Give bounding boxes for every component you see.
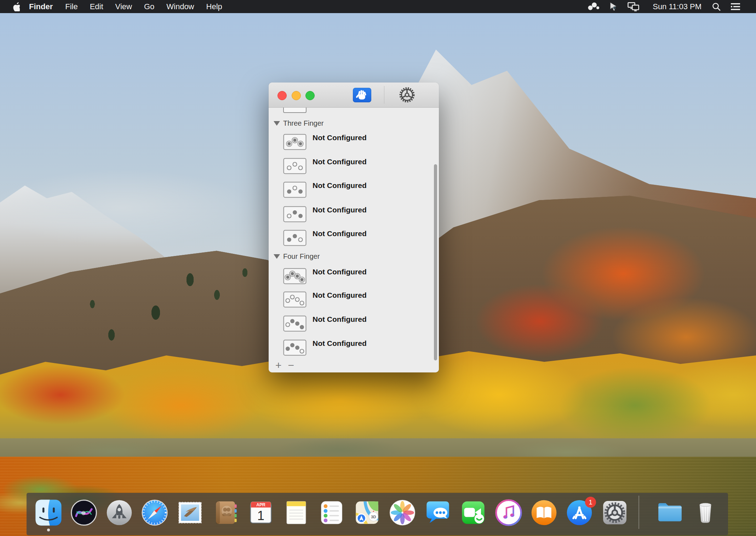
svg-text:APR: APR <box>256 502 265 507</box>
minimize-button[interactable] <box>292 91 301 100</box>
section-title: Three Finger <box>283 119 324 127</box>
dock-item-itunes[interactable] <box>495 499 522 526</box>
active-app-name[interactable]: Finder <box>23 2 59 11</box>
section-header-three-finger: Three Finger <box>274 119 324 128</box>
settings-tab[interactable] <box>398 87 416 103</box>
gesture-row[interactable]: Not Configured <box>283 291 428 308</box>
section-header-four-finger: Four Finger <box>274 252 320 261</box>
dock-item-maps[interactable]: 3D <box>353 499 381 526</box>
dock-item-notes[interactable] <box>282 499 310 526</box>
gesture-row[interactable]: Not Configured <box>283 230 428 247</box>
close-button[interactable] <box>277 91 287 100</box>
trackpad-hand-icon <box>355 88 369 102</box>
desktop: Finder FileEditViewGoWindowHelp Sun 11:0… <box>0 0 756 536</box>
gesture-row[interactable]: Not Configured <box>283 158 428 175</box>
gesture-dots-icon[interactable] <box>583 2 605 11</box>
dock-item-downloads-folder[interactable] <box>656 499 684 526</box>
dock-item-reminders[interactable] <box>318 499 345 526</box>
menu-bar: Finder FileEditViewGoWindowHelp Sun 11:0… <box>0 0 756 13</box>
add-gesture-button[interactable]: + <box>272 360 285 371</box>
menu-item-window[interactable]: Window <box>160 2 200 11</box>
gesture-pattern-icon <box>283 315 307 333</box>
gesture-row[interactable]: Not Configured <box>283 206 428 223</box>
dock-item-facetime[interactable] <box>459 499 487 526</box>
gesture-pattern-icon <box>283 134 307 152</box>
dock-item-safari[interactable] <box>141 499 168 526</box>
dock-item-contacts[interactable] <box>212 499 239 526</box>
gear-icon <box>399 86 416 103</box>
gesture-action-label: Not Configured <box>313 181 367 190</box>
remove-gesture-button[interactable]: − <box>285 360 298 371</box>
toolbar-separator <box>384 86 384 104</box>
gesture-pattern-icon <box>283 268 307 286</box>
notification-center-icon[interactable] <box>726 0 745 13</box>
menu-item-edit[interactable]: Edit <box>84 2 109 11</box>
dock-item-trash[interactable] <box>692 499 719 526</box>
dock-item-system-preferences[interactable] <box>601 499 629 526</box>
dock-item-calendar[interactable]: APR1 <box>247 499 275 526</box>
menu-bar-clock[interactable]: Sun 11:03 PM <box>653 2 701 11</box>
disclosure-triangle-icon[interactable] <box>274 121 280 126</box>
gesture-action-label: Not Configured <box>313 133 367 142</box>
gesture-action-label: Not Configured <box>313 315 367 324</box>
notification-badge: 1 <box>585 497 596 508</box>
dock-separator <box>638 496 639 529</box>
gesture-action-label: Not Configured <box>313 268 367 276</box>
gesture-row[interactable]: Not Configured <box>283 340 428 357</box>
menu-item-help[interactable]: Help <box>200 2 228 11</box>
gesture-row[interactable]: Not Configured <box>283 268 428 285</box>
gesture-row[interactable]: Not Configured <box>283 134 428 151</box>
trackpad-gestures-tab[interactable] <box>353 88 371 102</box>
displays-icon[interactable] <box>623 2 644 11</box>
gesture-action-label: Not Configured <box>313 158 367 166</box>
zoom-button[interactable] <box>305 91 315 100</box>
spotlight-search-icon[interactable] <box>707 0 726 13</box>
gesture-pattern-icon <box>283 182 307 199</box>
gesture-pattern-icon <box>283 340 307 357</box>
gesture-list: Three FingerNot ConfiguredNot Configured… <box>269 108 439 372</box>
partial-gesture-box <box>283 108 307 113</box>
gesture-action-label: Not Configured <box>313 206 367 214</box>
gesture-row[interactable]: Not Configured <box>283 315 428 332</box>
svg-text:3D: 3D <box>371 515 376 519</box>
dock-item-messages[interactable] <box>424 499 452 526</box>
menu-item-file[interactable]: File <box>59 2 84 11</box>
window-titlebar[interactable] <box>269 82 439 108</box>
remote-pointer-icon[interactable] <box>605 2 623 12</box>
menu-item-view[interactable]: View <box>109 2 138 11</box>
dock-item-app-store[interactable]: 1 <box>566 499 593 526</box>
dock-item-ibooks[interactable] <box>530 499 558 526</box>
dock-item-launchpad[interactable] <box>105 499 133 526</box>
gesture-action-label: Not Configured <box>313 229 367 238</box>
gesture-action-label: Not Configured <box>313 339 367 348</box>
wallpaper-mist <box>0 166 290 258</box>
dock-item-finder[interactable] <box>35 499 62 526</box>
dock-item-siri[interactable] <box>70 499 98 526</box>
scrollbar-thumb[interactable] <box>434 164 437 360</box>
apple-menu-icon[interactable] <box>12 2 20 11</box>
gesture-pattern-icon <box>283 291 307 309</box>
dock-item-photos[interactable] <box>389 499 416 526</box>
svg-text:1: 1 <box>257 508 264 523</box>
disclosure-triangle-icon[interactable] <box>274 254 280 259</box>
gesture-pattern-icon <box>283 230 307 247</box>
menu-item-go[interactable]: Go <box>138 2 160 11</box>
gesture-row[interactable]: Not Configured <box>283 182 428 199</box>
dock: APR13D1 <box>27 493 728 535</box>
running-indicator <box>47 529 50 531</box>
section-title: Four Finger <box>283 252 320 261</box>
gesture-pattern-icon <box>283 158 307 176</box>
gesture-pattern-icon <box>283 206 307 224</box>
gesture-action-label: Not Configured <box>313 291 367 300</box>
dock-item-mail[interactable] <box>176 499 204 526</box>
gesture-config-window: Three FingerNot ConfiguredNot Configured… <box>269 82 439 372</box>
